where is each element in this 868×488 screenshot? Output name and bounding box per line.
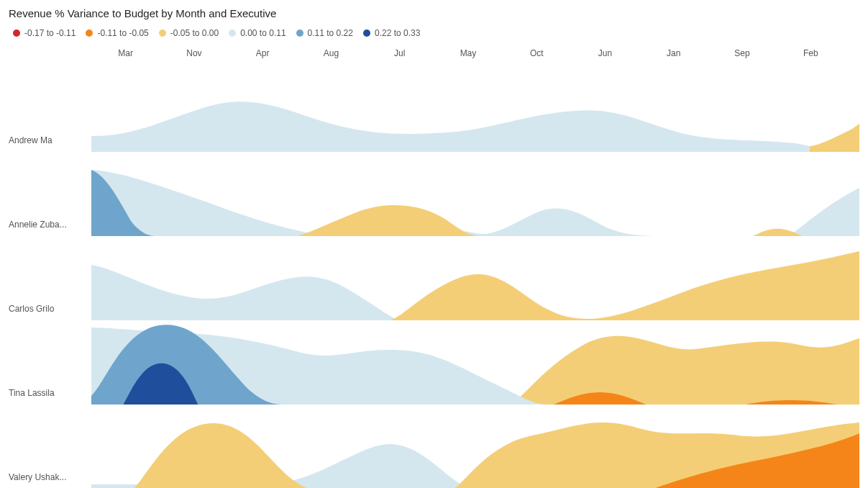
executive-label: Carlos Grilo: [9, 304, 91, 321]
legend-label: -0.05 to 0.00: [170, 28, 219, 38]
legend-item[interactable]: 0.11 to 0.22: [296, 28, 353, 38]
chart-container: Revenue % Variance to Budget by Month an…: [0, 0, 868, 488]
chart-title: Revenue % Variance to Budget by Month an…: [9, 7, 859, 19]
area-segment[interactable]: [91, 170, 859, 236]
month-label: Sep: [708, 48, 776, 58]
legend-swatch: [363, 30, 370, 37]
month-label: Apr: [229, 48, 297, 58]
legend-item[interactable]: 0.00 to 0.11: [229, 28, 285, 38]
legend-label: -0.17 to -0.11: [24, 28, 76, 38]
chart-rows: Andrew MaAnnelie Zuba...Carlos GriloTina…: [9, 71, 859, 488]
month-label: Mar: [91, 48, 160, 58]
area-segment[interactable]: [810, 124, 859, 152]
legend: -0.17 to -0.11-0.11 to -0.05-0.05 to 0.0…: [13, 28, 859, 38]
legend-swatch: [159, 30, 166, 37]
month-label: Feb: [777, 48, 845, 58]
legend-label: 0.22 to 0.33: [375, 28, 420, 38]
area-segment[interactable]: [91, 101, 810, 152]
executive-row: Annelie Zuba...: [9, 155, 859, 237]
legend-swatch: [86, 30, 93, 37]
ridge-plot[interactable]: [91, 240, 859, 321]
area-segment[interactable]: [390, 251, 859, 320]
ridge-plot[interactable]: [91, 71, 859, 153]
ridge-plot[interactable]: [91, 324, 859, 405]
legend-label: -0.11 to -0.05: [97, 28, 148, 38]
executive-label: Andrew Ma: [9, 135, 91, 153]
executive-row: Andrew Ma: [9, 71, 859, 153]
ridge-plot[interactable]: [91, 155, 859, 237]
legend-item[interactable]: 0.22 to 0.33: [363, 28, 420, 38]
executive-label: Tina Lassila: [9, 388, 91, 405]
month-label: Aug: [297, 48, 365, 58]
legend-item[interactable]: -0.17 to -0.11: [13, 28, 76, 38]
month-label: Oct: [503, 48, 571, 58]
executive-label: Annelie Zuba...: [9, 220, 91, 237]
x-axis-labels: MarNovAprAugJulMayOctJunJanSepFeb: [9, 48, 859, 58]
legend-swatch: [13, 30, 20, 37]
legend-swatch: [229, 30, 236, 37]
legend-label: 0.00 to 0.11: [240, 28, 285, 38]
legend-item[interactable]: -0.05 to 0.00: [159, 28, 219, 38]
executive-row: Carlos Grilo: [9, 240, 859, 321]
month-label: Nov: [160, 48, 228, 58]
executive-label: Valery Ushak...: [9, 472, 91, 488]
month-label: Jan: [639, 48, 708, 58]
month-label: Jun: [571, 48, 639, 58]
month-label: Jul: [365, 48, 434, 58]
ridge-plot[interactable]: [91, 408, 859, 488]
executive-row: Valery Ushak...: [9, 408, 859, 488]
area-segment[interactable]: [511, 336, 859, 405]
legend-swatch: [296, 30, 303, 37]
month-label: May: [434, 48, 502, 58]
legend-item[interactable]: -0.11 to -0.05: [86, 28, 148, 38]
legend-label: 0.11 to 0.22: [308, 28, 353, 38]
executive-row: Tina Lassila: [9, 324, 859, 405]
